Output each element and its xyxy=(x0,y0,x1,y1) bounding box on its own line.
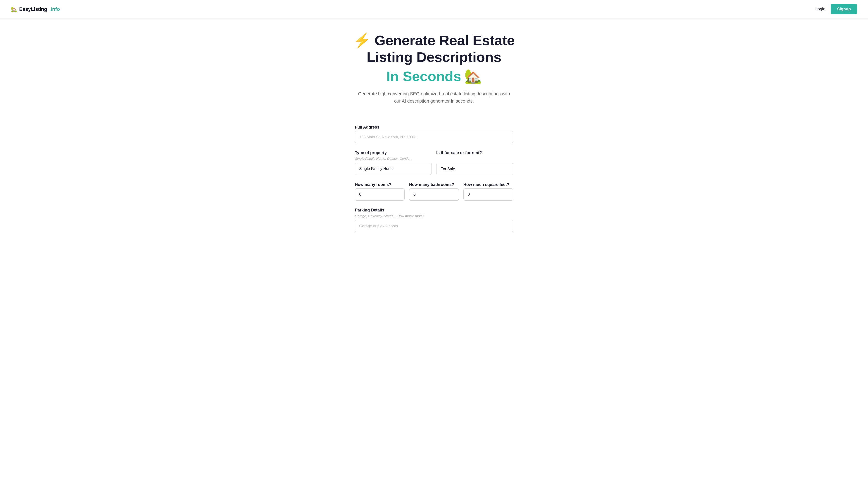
hero-title-line1: Generate Real Estate xyxy=(375,33,515,48)
logo-text-main: EasyListing xyxy=(19,6,47,12)
rooms-input[interactable] xyxy=(355,188,405,201)
logo[interactable]: 🏡 EasyListing.Info xyxy=(11,6,60,12)
hero-section: ⚡ Generate Real Estate Listing Descripti… xyxy=(0,19,868,125)
logo-emoji: 🏡 xyxy=(11,6,17,12)
bathrooms-group: How many bathrooms? xyxy=(409,182,459,201)
rooms-group: How many rooms? xyxy=(355,182,405,201)
parking-group: Parking Details Garage, Driveway, Street… xyxy=(355,208,513,232)
lightning-icon: ⚡ xyxy=(353,33,371,48)
sale-rent-input[interactable] xyxy=(436,163,513,175)
listing-form: Full Address Type of property Single Fam… xyxy=(350,125,518,258)
address-input[interactable] xyxy=(355,131,513,143)
rooms-label: How many rooms? xyxy=(355,182,405,187)
hero-subtitle-text: In Seconds xyxy=(386,68,461,85)
parking-label: Parking Details xyxy=(355,208,513,213)
login-link[interactable]: Login xyxy=(815,7,825,11)
hero-title: ⚡ Generate Real Estate Listing Descripti… xyxy=(4,32,864,66)
address-group: Full Address xyxy=(355,125,513,143)
bathrooms-label: How many bathrooms? xyxy=(409,182,459,187)
signup-button[interactable]: Signup xyxy=(831,4,857,14)
square-feet-group: How much square feet? xyxy=(463,182,513,201)
square-feet-label: How much square feet? xyxy=(463,182,513,187)
rooms-row: How many rooms? How many bathrooms? How … xyxy=(355,182,513,208)
hero-subtitle: In Seconds 🏡 xyxy=(4,68,864,85)
bathrooms-input[interactable] xyxy=(409,188,459,201)
square-feet-input[interactable] xyxy=(463,188,513,201)
property-type-hint: Single Family Home, Duplex, Condo... xyxy=(355,157,432,160)
hero-title-line2: Listing Descriptions xyxy=(367,49,501,65)
property-type-group: Type of property Single Family Home, Dup… xyxy=(355,151,432,175)
parking-hint: Garage, Driveway, Street..., How many sp… xyxy=(355,214,513,218)
sale-rent-group: Is it for sale or for rent? xyxy=(436,151,513,175)
logo-text-dot: .Info xyxy=(49,6,60,12)
house-emoji: 🏡 xyxy=(464,68,482,85)
property-type-input[interactable] xyxy=(355,163,432,175)
property-type-label: Type of property xyxy=(355,151,432,155)
parking-input[interactable] xyxy=(355,220,513,232)
navbar-actions: Login Signup xyxy=(815,4,857,14)
sale-rent-label: Is it for sale or for rent? xyxy=(436,151,513,155)
address-label: Full Address xyxy=(355,125,513,130)
navbar: 🏡 EasyListing.Info Login Signup xyxy=(0,0,868,19)
hero-description: Generate high converting SEO optimized r… xyxy=(357,90,511,105)
property-sale-row: Type of property Single Family Home, Dup… xyxy=(355,151,513,182)
